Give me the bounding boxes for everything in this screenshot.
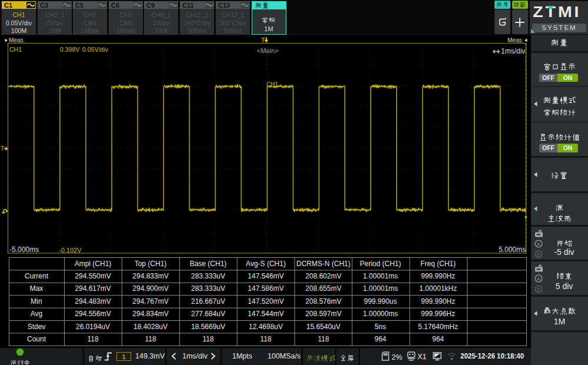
svg-text:1.00001ms: 1.00001ms [363, 272, 397, 280]
svg-text:118: 118 [87, 335, 98, 343]
svg-text:118: 118 [318, 335, 329, 343]
svg-text:294.834mV: 294.834mV [132, 310, 168, 318]
svg-text:18.4028uV: 18.4028uV [133, 323, 168, 331]
svg-text:208.597mV: 208.597mV [305, 310, 341, 318]
svg-text:294.900mV: 294.900mV [132, 284, 168, 293]
svg-text:999.990us: 999.990us [364, 297, 397, 306]
svg-text:147.544mV: 147.544mV [248, 310, 283, 318]
svg-text:294.617mV: 294.617mV [75, 284, 111, 293]
svg-text:147.546mV: 147.546mV [248, 272, 283, 280]
svg-text:5ns: 5ns [375, 323, 386, 331]
svg-text:1.00001kHz: 1.00001kHz [419, 284, 457, 293]
svg-text:999.996Hz: 999.996Hz [421, 310, 455, 318]
svg-text:Base (CH1): Base (CH1) [190, 260, 227, 268]
svg-text:964: 964 [375, 335, 386, 343]
svg-text:Count: Count [27, 335, 46, 343]
svg-text:208.602mV: 208.602mV [305, 272, 341, 280]
svg-text:294.483mV: 294.483mV [75, 297, 111, 306]
svg-text:Top (CH1): Top (CH1) [135, 260, 167, 268]
svg-text:208.655mV: 208.655mV [305, 284, 341, 293]
svg-text:5.17640mHz: 5.17640mHz [418, 323, 458, 331]
svg-text:15.6540uV: 15.6540uV [306, 323, 340, 331]
svg-text:208.576mV: 208.576mV [305, 297, 341, 306]
svg-text:294.767mV: 294.767mV [132, 297, 168, 306]
svg-text:Period (CH1): Period (CH1) [360, 260, 401, 268]
svg-text:294.833mV: 294.833mV [132, 272, 168, 280]
svg-text:Current: Current [25, 272, 49, 280]
svg-text:964: 964 [432, 335, 444, 343]
svg-text:Stdev: Stdev [28, 323, 46, 331]
svg-text:Freq (CH1): Freq (CH1) [420, 260, 456, 268]
svg-text:118: 118 [260, 335, 271, 343]
svg-text:216.667uV: 216.667uV [191, 297, 225, 306]
svg-text:277.684uV: 277.684uV [191, 310, 225, 318]
svg-text:147.520mV: 147.520mV [248, 297, 283, 306]
svg-text:18.5669uV: 18.5669uV [191, 323, 225, 331]
svg-text:26.0194uV: 26.0194uV [76, 323, 110, 331]
svg-text:1.00001ms: 1.00001ms [363, 284, 397, 293]
svg-text:999.990Hz: 999.990Hz [421, 272, 455, 280]
svg-text:12.4698uV: 12.4698uV [249, 323, 283, 331]
svg-text:Avg-S (CH1): Avg-S (CH1) [246, 260, 286, 268]
svg-text:147.586mV: 147.586mV [248, 284, 283, 293]
svg-text:Max: Max [30, 284, 44, 293]
svg-text:118: 118 [145, 335, 156, 343]
svg-text:Min: Min [31, 297, 42, 306]
svg-text:Avg: Avg [31, 310, 42, 318]
svg-text:294.550mV: 294.550mV [75, 272, 111, 280]
svg-text:118: 118 [202, 335, 213, 343]
svg-text:999.990Hz: 999.990Hz [421, 297, 455, 306]
svg-text:1.00000ms: 1.00000ms [363, 310, 397, 318]
svg-text:Ampl (CH1): Ampl (CH1) [75, 260, 112, 268]
svg-text:DCRMS-N (CH1): DCRMS-N (CH1) [296, 260, 350, 268]
svg-text:294.556mV: 294.556mV [75, 310, 111, 318]
svg-text:283.333uV: 283.333uV [191, 272, 225, 280]
svg-text:283.333uV: 283.333uV [191, 284, 225, 293]
